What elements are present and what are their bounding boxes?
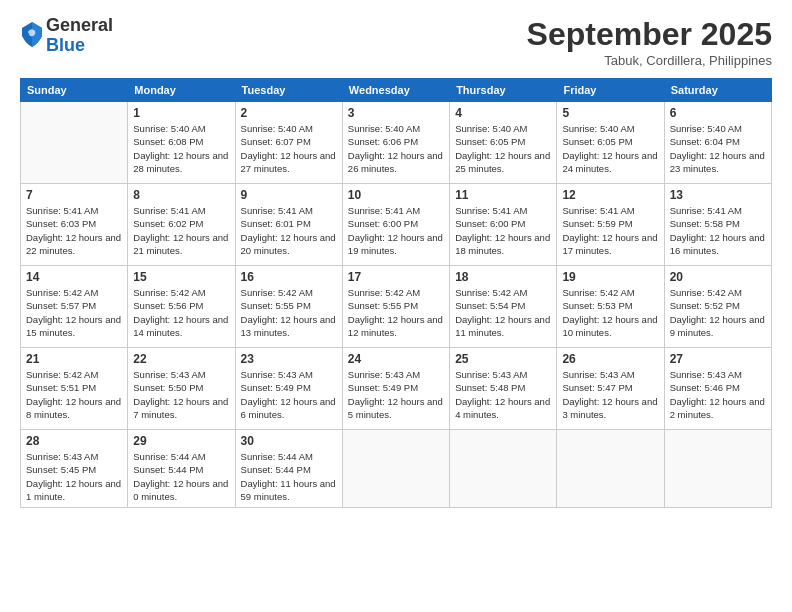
cell-info: Sunrise: 5:41 AM Sunset: 6:00 PM Dayligh… xyxy=(455,204,551,257)
cell-info: Sunrise: 5:42 AM Sunset: 5:56 PM Dayligh… xyxy=(133,286,229,339)
table-row: 20Sunrise: 5:42 AM Sunset: 5:52 PM Dayli… xyxy=(664,266,771,348)
cell-day-number: 1 xyxy=(133,106,229,120)
cell-info: Sunrise: 5:42 AM Sunset: 5:55 PM Dayligh… xyxy=(241,286,337,339)
cell-day-number: 6 xyxy=(670,106,766,120)
cell-day-number: 19 xyxy=(562,270,658,284)
cell-info: Sunrise: 5:40 AM Sunset: 6:07 PM Dayligh… xyxy=(241,122,337,175)
table-row: 7Sunrise: 5:41 AM Sunset: 6:03 PM Daylig… xyxy=(21,184,128,266)
logo-icon xyxy=(20,20,44,48)
table-row: 4Sunrise: 5:40 AM Sunset: 6:05 PM Daylig… xyxy=(450,102,557,184)
page: General Blue September 2025 Tabuk, Cordi… xyxy=(0,0,792,612)
cell-info: Sunrise: 5:41 AM Sunset: 6:03 PM Dayligh… xyxy=(26,204,122,257)
table-row: 2Sunrise: 5:40 AM Sunset: 6:07 PM Daylig… xyxy=(235,102,342,184)
table-row: 15Sunrise: 5:42 AM Sunset: 5:56 PM Dayli… xyxy=(128,266,235,348)
calendar-week-4: 21Sunrise: 5:42 AM Sunset: 5:51 PM Dayli… xyxy=(21,348,772,430)
cell-day-number: 28 xyxy=(26,434,122,448)
table-row: 24Sunrise: 5:43 AM Sunset: 5:49 PM Dayli… xyxy=(342,348,449,430)
cell-info: Sunrise: 5:43 AM Sunset: 5:45 PM Dayligh… xyxy=(26,450,122,503)
cell-day-number: 15 xyxy=(133,270,229,284)
cell-day-number: 4 xyxy=(455,106,551,120)
table-row xyxy=(450,430,557,508)
cell-info: Sunrise: 5:40 AM Sunset: 6:08 PM Dayligh… xyxy=(133,122,229,175)
cell-info: Sunrise: 5:42 AM Sunset: 5:54 PM Dayligh… xyxy=(455,286,551,339)
logo-blue: Blue xyxy=(46,35,85,55)
cell-day-number: 25 xyxy=(455,352,551,366)
table-row: 17Sunrise: 5:42 AM Sunset: 5:55 PM Dayli… xyxy=(342,266,449,348)
cell-info: Sunrise: 5:43 AM Sunset: 5:49 PM Dayligh… xyxy=(241,368,337,421)
logo: General Blue xyxy=(20,16,113,56)
cell-day-number: 18 xyxy=(455,270,551,284)
table-row: 27Sunrise: 5:43 AM Sunset: 5:46 PM Dayli… xyxy=(664,348,771,430)
table-row: 11Sunrise: 5:41 AM Sunset: 6:00 PM Dayli… xyxy=(450,184,557,266)
table-row: 3Sunrise: 5:40 AM Sunset: 6:06 PM Daylig… xyxy=(342,102,449,184)
cell-info: Sunrise: 5:41 AM Sunset: 6:01 PM Dayligh… xyxy=(241,204,337,257)
cell-info: Sunrise: 5:43 AM Sunset: 5:46 PM Dayligh… xyxy=(670,368,766,421)
cell-info: Sunrise: 5:42 AM Sunset: 5:57 PM Dayligh… xyxy=(26,286,122,339)
table-row: 9Sunrise: 5:41 AM Sunset: 6:01 PM Daylig… xyxy=(235,184,342,266)
cell-day-number: 5 xyxy=(562,106,658,120)
calendar-week-3: 14Sunrise: 5:42 AM Sunset: 5:57 PM Dayli… xyxy=(21,266,772,348)
table-row: 23Sunrise: 5:43 AM Sunset: 5:49 PM Dayli… xyxy=(235,348,342,430)
cell-day-number: 27 xyxy=(670,352,766,366)
cell-day-number: 26 xyxy=(562,352,658,366)
cell-day-number: 10 xyxy=(348,188,444,202)
cell-info: Sunrise: 5:41 AM Sunset: 6:02 PM Dayligh… xyxy=(133,204,229,257)
cell-info: Sunrise: 5:42 AM Sunset: 5:55 PM Dayligh… xyxy=(348,286,444,339)
cell-info: Sunrise: 5:43 AM Sunset: 5:49 PM Dayligh… xyxy=(348,368,444,421)
header: General Blue September 2025 Tabuk, Cordi… xyxy=(20,16,772,68)
calendar-week-2: 7Sunrise: 5:41 AM Sunset: 6:03 PM Daylig… xyxy=(21,184,772,266)
cell-day-number: 24 xyxy=(348,352,444,366)
cell-day-number: 30 xyxy=(241,434,337,448)
cell-day-number: 11 xyxy=(455,188,551,202)
cell-day-number: 22 xyxy=(133,352,229,366)
table-row: 30Sunrise: 5:44 AM Sunset: 5:44 PM Dayli… xyxy=(235,430,342,508)
cell-info: Sunrise: 5:43 AM Sunset: 5:50 PM Dayligh… xyxy=(133,368,229,421)
cell-day-number: 17 xyxy=(348,270,444,284)
cell-day-number: 23 xyxy=(241,352,337,366)
cell-info: Sunrise: 5:43 AM Sunset: 5:48 PM Dayligh… xyxy=(455,368,551,421)
table-row: 25Sunrise: 5:43 AM Sunset: 5:48 PM Dayli… xyxy=(450,348,557,430)
calendar-table: Sunday Monday Tuesday Wednesday Thursday… xyxy=(20,78,772,508)
table-row: 13Sunrise: 5:41 AM Sunset: 5:58 PM Dayli… xyxy=(664,184,771,266)
cell-info: Sunrise: 5:44 AM Sunset: 5:44 PM Dayligh… xyxy=(133,450,229,503)
table-row: 8Sunrise: 5:41 AM Sunset: 6:02 PM Daylig… xyxy=(128,184,235,266)
table-row: 22Sunrise: 5:43 AM Sunset: 5:50 PM Dayli… xyxy=(128,348,235,430)
col-thursday: Thursday xyxy=(450,79,557,102)
header-row: Sunday Monday Tuesday Wednesday Thursday… xyxy=(21,79,772,102)
table-row: 6Sunrise: 5:40 AM Sunset: 6:04 PM Daylig… xyxy=(664,102,771,184)
table-row xyxy=(557,430,664,508)
table-row: 5Sunrise: 5:40 AM Sunset: 6:05 PM Daylig… xyxy=(557,102,664,184)
col-monday: Monday xyxy=(128,79,235,102)
cell-info: Sunrise: 5:43 AM Sunset: 5:47 PM Dayligh… xyxy=(562,368,658,421)
table-row: 29Sunrise: 5:44 AM Sunset: 5:44 PM Dayli… xyxy=(128,430,235,508)
table-row: 14Sunrise: 5:42 AM Sunset: 5:57 PM Dayli… xyxy=(21,266,128,348)
cell-day-number: 3 xyxy=(348,106,444,120)
cell-info: Sunrise: 5:41 AM Sunset: 6:00 PM Dayligh… xyxy=(348,204,444,257)
cell-day-number: 20 xyxy=(670,270,766,284)
cell-info: Sunrise: 5:42 AM Sunset: 5:53 PM Dayligh… xyxy=(562,286,658,339)
location: Tabuk, Cordillera, Philippines xyxy=(527,53,772,68)
table-row: 10Sunrise: 5:41 AM Sunset: 6:00 PM Dayli… xyxy=(342,184,449,266)
table-row: 18Sunrise: 5:42 AM Sunset: 5:54 PM Dayli… xyxy=(450,266,557,348)
table-row xyxy=(342,430,449,508)
cell-info: Sunrise: 5:41 AM Sunset: 5:58 PM Dayligh… xyxy=(670,204,766,257)
month-title: September 2025 xyxy=(527,16,772,53)
logo-general: General xyxy=(46,15,113,35)
cell-info: Sunrise: 5:42 AM Sunset: 5:51 PM Dayligh… xyxy=(26,368,122,421)
cell-info: Sunrise: 5:41 AM Sunset: 5:59 PM Dayligh… xyxy=(562,204,658,257)
cell-day-number: 13 xyxy=(670,188,766,202)
col-wednesday: Wednesday xyxy=(342,79,449,102)
cell-day-number: 14 xyxy=(26,270,122,284)
col-saturday: Saturday xyxy=(664,79,771,102)
cell-day-number: 9 xyxy=(241,188,337,202)
table-row: 26Sunrise: 5:43 AM Sunset: 5:47 PM Dayli… xyxy=(557,348,664,430)
table-row: 19Sunrise: 5:42 AM Sunset: 5:53 PM Dayli… xyxy=(557,266,664,348)
cell-day-number: 21 xyxy=(26,352,122,366)
cell-info: Sunrise: 5:40 AM Sunset: 6:05 PM Dayligh… xyxy=(562,122,658,175)
table-row: 21Sunrise: 5:42 AM Sunset: 5:51 PM Dayli… xyxy=(21,348,128,430)
table-row xyxy=(664,430,771,508)
table-row: 1Sunrise: 5:40 AM Sunset: 6:08 PM Daylig… xyxy=(128,102,235,184)
title-block: September 2025 Tabuk, Cordillera, Philip… xyxy=(527,16,772,68)
cell-info: Sunrise: 5:40 AM Sunset: 6:06 PM Dayligh… xyxy=(348,122,444,175)
cell-day-number: 2 xyxy=(241,106,337,120)
